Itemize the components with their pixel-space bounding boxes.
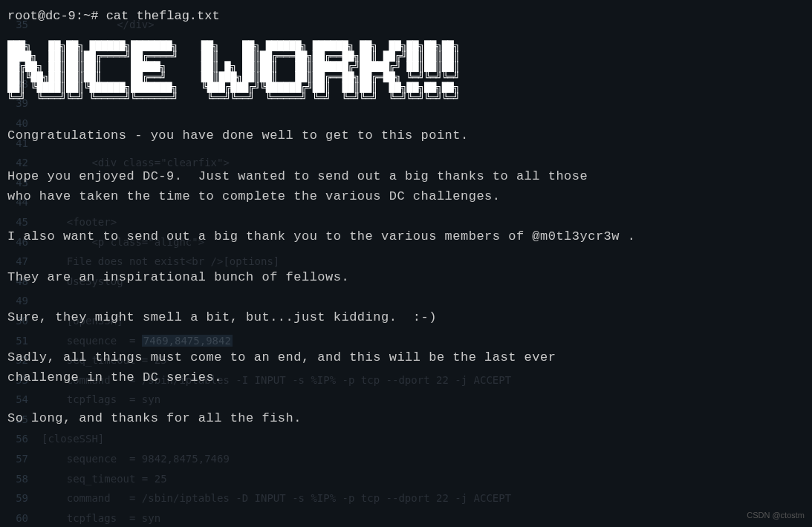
prompt-path: ~ <box>83 9 91 23</box>
terminal-output: root@dc-9:~# cat theflag.txt ███╗ ██╗██╗… <box>7 6 805 428</box>
shell-prompt: root@dc-9:~# cat theflag.txt <box>7 6 805 26</box>
prompt-user-host: root@dc-9 <box>7 9 76 23</box>
ghost-line: 56[closeSSH] <box>7 429 805 449</box>
prompt-sep1: : <box>76 9 83 23</box>
ghost-line: 60 tcpflags = syn <box>7 508 805 527</box>
ascii-banner: ███╗ ██╗██╗ ██████╗███████╗ ██╗ ██╗ ████… <box>7 41 805 103</box>
flag-message: Congratulations - you have done well to … <box>7 125 805 428</box>
watermark: CSDN @ctostm <box>747 509 805 523</box>
ghost-line: 58 seq_timeout = 25 <box>7 469 805 489</box>
ghost-line: 57 sequence = 9842,8475,7469 <box>7 449 805 469</box>
command-text: cat theflag.txt <box>106 9 220 23</box>
ghost-line: 59 command = /sbin/iptables -D INPUT -s … <box>7 488 805 508</box>
prompt-symbol: # <box>91 9 98 23</box>
